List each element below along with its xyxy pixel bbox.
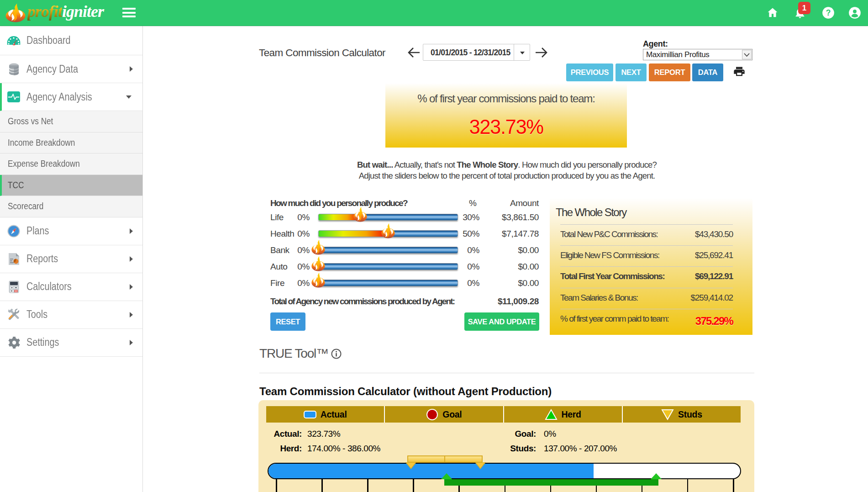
svg-text:?: ? bbox=[826, 8, 831, 17]
